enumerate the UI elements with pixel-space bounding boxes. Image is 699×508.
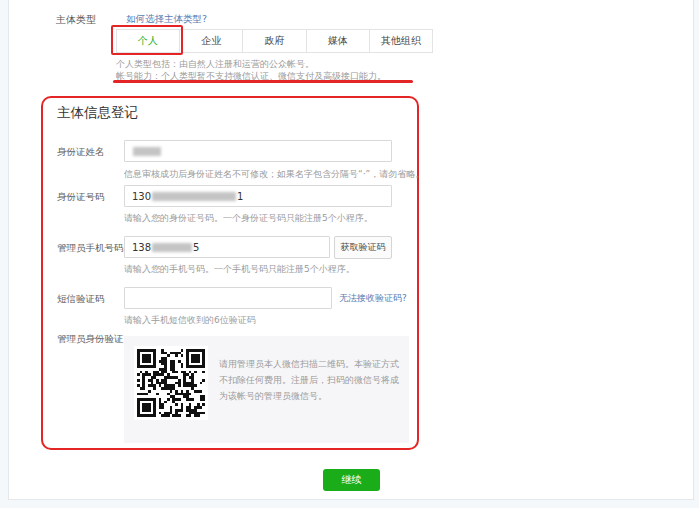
tab-other-org[interactable]: 其他组织 xyxy=(370,30,432,52)
id-name-label: 身份证姓名 xyxy=(57,146,105,159)
tab-enterprise[interactable]: 企业 xyxy=(180,30,243,52)
sms-code-input[interactable] xyxy=(124,287,332,309)
sms-code-label: 短信验证码 xyxy=(57,293,105,306)
redacted-name-value xyxy=(133,147,161,156)
cannot-receive-code-link[interactable]: 无法接收验证码? xyxy=(339,292,407,305)
id-number-prefix: 130 xyxy=(132,191,151,202)
subject-type-label: 主体类型 xyxy=(56,13,96,27)
how-to-choose-link[interactable]: 如何选择主体类型? xyxy=(126,13,207,26)
id-number-help: 请输入您的身份证号码。一个身份证号码只能注册5个小程序。 xyxy=(124,212,373,225)
admin-phone-label: 管理员手机号码 xyxy=(57,242,124,255)
tab-media[interactable]: 媒体 xyxy=(307,30,370,52)
id-name-input[interactable] xyxy=(124,140,392,162)
get-verification-code-button[interactable]: 获取验证码 xyxy=(334,236,392,259)
admin-phone-input[interactable]: 138 5 xyxy=(124,236,330,258)
form-title: 主体信息登记 xyxy=(57,104,138,122)
subject-type-tabs: 个人 企业 政府 媒体 其他组织 xyxy=(116,29,433,53)
id-number-input[interactable]: 130 1 xyxy=(124,185,392,207)
continue-button[interactable]: 继续 xyxy=(323,469,380,491)
registration-card: 主体类型 如何选择主体类型? 个人 企业 政府 媒体 其他组织 个人类型包括：由… xyxy=(8,0,694,500)
redacted-id-digits xyxy=(152,192,236,201)
id-name-help: 信息审核成功后身份证姓名不可修改；如果名字包含分隔号“·”，请勿省略。 xyxy=(124,168,424,181)
id-number-label: 身份证号码 xyxy=(57,191,105,204)
tab-personal[interactable]: 个人 xyxy=(117,30,180,52)
annotation-underline xyxy=(113,80,413,83)
phone-prefix: 138 xyxy=(132,242,151,253)
phone-suffix: 5 xyxy=(193,242,199,253)
id-number-suffix: 1 xyxy=(237,191,243,202)
admin-phone-help: 请输入您的手机号码。一个手机号码只能注册5个小程序。 xyxy=(124,263,355,276)
qr-instructions: 请用管理员本人微信扫描二维码。本验证方式不扣除任何费用。注册后，扫码的微信号将成… xyxy=(219,357,403,404)
redacted-phone-digits xyxy=(152,243,192,252)
qr-code xyxy=(134,346,208,420)
tab-government[interactable]: 政府 xyxy=(243,30,306,52)
sms-code-help: 请输入手机短信收到的6位验证码 xyxy=(124,314,256,327)
admin-verify-label: 管理员身份验证 xyxy=(57,333,124,346)
